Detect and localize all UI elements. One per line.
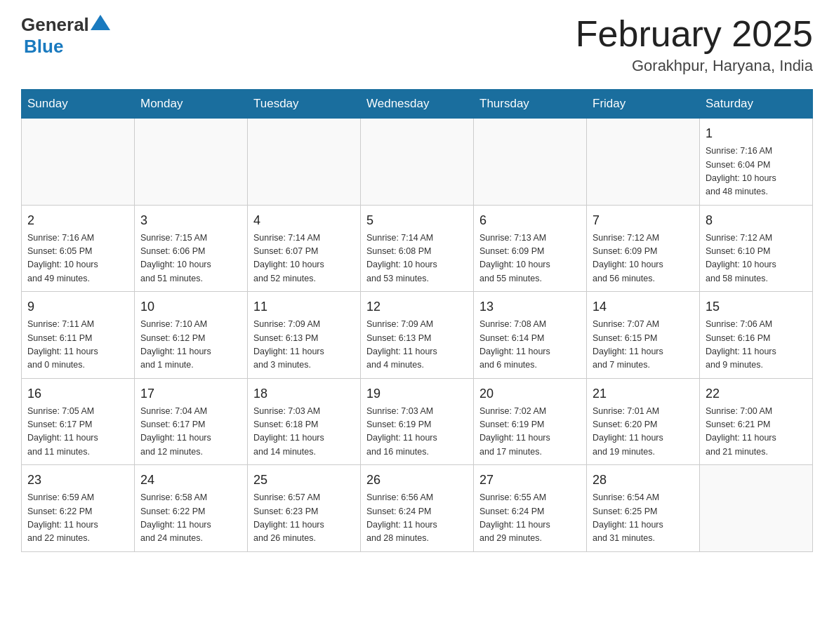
calendar-body: 1Sunrise: 7:16 AM Sunset: 6:04 PM Daylig…: [22, 119, 813, 552]
calendar-day-cell: 9Sunrise: 7:11 AM Sunset: 6:11 PM Daylig…: [22, 292, 135, 379]
col-wednesday: Wednesday: [361, 90, 474, 119]
day-number: 11: [253, 297, 355, 316]
calendar-day-cell: [22, 119, 135, 206]
col-tuesday: Tuesday: [248, 90, 361, 119]
calendar-day-cell: 28Sunrise: 6:54 AM Sunset: 6:25 PM Dayli…: [587, 465, 700, 552]
calendar-day-cell: 1Sunrise: 7:16 AM Sunset: 6:04 PM Daylig…: [700, 119, 813, 206]
day-number: 19: [366, 384, 468, 403]
day-info: Sunrise: 7:16 AM Sunset: 6:04 PM Dayligh…: [706, 145, 807, 199]
calendar-day-cell: [587, 119, 700, 206]
day-info: Sunrise: 7:11 AM Sunset: 6:11 PM Dayligh…: [27, 318, 128, 373]
day-info: Sunrise: 7:08 AM Sunset: 6:14 PM Dayligh…: [479, 318, 581, 373]
calendar-day-cell: 11Sunrise: 7:09 AM Sunset: 6:13 PM Dayli…: [248, 292, 361, 379]
logo-blue: Blue: [24, 36, 63, 57]
day-number: 9: [27, 297, 128, 316]
day-number: 18: [253, 384, 355, 403]
day-info: Sunrise: 6:54 AM Sunset: 6:25 PM Dayligh…: [593, 491, 694, 546]
col-monday: Monday: [135, 90, 248, 119]
day-info: Sunrise: 7:09 AM Sunset: 6:13 PM Dayligh…: [366, 318, 468, 373]
calendar-day-cell: [135, 119, 248, 206]
calendar-day-cell: 23Sunrise: 6:59 AM Sunset: 6:22 PM Dayli…: [22, 465, 135, 552]
logo-triangle-icon: [91, 15, 110, 30]
calendar-table: Sunday Monday Tuesday Wednesday Thursday…: [21, 89, 813, 552]
calendar-day-cell: [700, 465, 813, 552]
calendar-day-cell: 26Sunrise: 6:56 AM Sunset: 6:24 PM Dayli…: [361, 465, 474, 552]
calendar-day-cell: 5Sunrise: 7:14 AM Sunset: 6:08 PM Daylig…: [361, 205, 474, 292]
day-number: 10: [140, 297, 241, 316]
day-info: Sunrise: 7:02 AM Sunset: 6:19 PM Dayligh…: [479, 405, 581, 459]
day-number: 22: [706, 384, 807, 403]
day-number: 12: [366, 297, 468, 316]
calendar-week-row: 16Sunrise: 7:05 AM Sunset: 6:17 PM Dayli…: [22, 378, 813, 465]
day-info: Sunrise: 6:55 AM Sunset: 6:24 PM Dayligh…: [479, 491, 581, 546]
day-info: Sunrise: 7:01 AM Sunset: 6:20 PM Dayligh…: [593, 405, 694, 459]
day-info: Sunrise: 7:06 AM Sunset: 6:16 PM Dayligh…: [706, 318, 807, 373]
day-number: 16: [27, 384, 128, 403]
day-number: 26: [366, 471, 468, 490]
day-info: Sunrise: 7:14 AM Sunset: 6:07 PM Dayligh…: [253, 232, 355, 286]
calendar-day-cell: 22Sunrise: 7:00 AM Sunset: 6:21 PM Dayli…: [700, 378, 813, 465]
day-info: Sunrise: 7:03 AM Sunset: 6:18 PM Dayligh…: [253, 405, 355, 459]
day-number: 5: [366, 211, 468, 230]
col-sunday: Sunday: [22, 90, 135, 119]
calendar-day-cell: 2Sunrise: 7:16 AM Sunset: 6:05 PM Daylig…: [22, 205, 135, 292]
calendar-day-cell: 18Sunrise: 7:03 AM Sunset: 6:18 PM Dayli…: [248, 378, 361, 465]
day-info: Sunrise: 6:56 AM Sunset: 6:24 PM Dayligh…: [366, 491, 468, 546]
day-number: 23: [27, 471, 128, 490]
calendar-day-cell: [474, 119, 587, 206]
day-number: 24: [140, 471, 241, 490]
calendar-title: February 2025: [576, 14, 813, 54]
calendar-day-cell: 13Sunrise: 7:08 AM Sunset: 6:14 PM Dayli…: [474, 292, 587, 379]
day-info: Sunrise: 6:58 AM Sunset: 6:22 PM Dayligh…: [140, 491, 241, 546]
calendar-day-cell: 25Sunrise: 6:57 AM Sunset: 6:23 PM Dayli…: [248, 465, 361, 552]
day-info: Sunrise: 7:07 AM Sunset: 6:15 PM Dayligh…: [593, 318, 694, 373]
day-number: 14: [593, 297, 694, 316]
calendar-week-row: 9Sunrise: 7:11 AM Sunset: 6:11 PM Daylig…: [22, 292, 813, 379]
day-number: 3: [140, 211, 241, 230]
calendar-week-row: 23Sunrise: 6:59 AM Sunset: 6:22 PM Dayli…: [22, 465, 813, 552]
day-info: Sunrise: 7:12 AM Sunset: 6:10 PM Dayligh…: [706, 232, 807, 286]
day-info: Sunrise: 7:05 AM Sunset: 6:17 PM Dayligh…: [27, 405, 128, 459]
day-info: Sunrise: 7:09 AM Sunset: 6:13 PM Dayligh…: [253, 318, 355, 373]
day-number: 27: [479, 471, 581, 490]
calendar-day-cell: 15Sunrise: 7:06 AM Sunset: 6:16 PM Dayli…: [700, 292, 813, 379]
day-number: 20: [479, 384, 581, 403]
calendar-day-cell: 14Sunrise: 7:07 AM Sunset: 6:15 PM Dayli…: [587, 292, 700, 379]
day-number: 2: [27, 211, 128, 230]
calendar-day-cell: 20Sunrise: 7:02 AM Sunset: 6:19 PM Dayli…: [474, 378, 587, 465]
day-number: 6: [479, 211, 581, 230]
calendar-day-cell: 6Sunrise: 7:13 AM Sunset: 6:09 PM Daylig…: [474, 205, 587, 292]
day-info: Sunrise: 6:57 AM Sunset: 6:23 PM Dayligh…: [253, 491, 355, 546]
calendar-day-cell: 16Sunrise: 7:05 AM Sunset: 6:17 PM Dayli…: [22, 378, 135, 465]
header-row: Sunday Monday Tuesday Wednesday Thursday…: [22, 90, 813, 119]
day-number: 25: [253, 471, 355, 490]
calendar-day-cell: 19Sunrise: 7:03 AM Sunset: 6:19 PM Dayli…: [361, 378, 474, 465]
day-info: Sunrise: 6:59 AM Sunset: 6:22 PM Dayligh…: [27, 491, 128, 546]
calendar-day-cell: 21Sunrise: 7:01 AM Sunset: 6:20 PM Dayli…: [587, 378, 700, 465]
day-number: 7: [593, 211, 694, 230]
calendar-day-cell: 7Sunrise: 7:12 AM Sunset: 6:09 PM Daylig…: [587, 205, 700, 292]
calendar-week-row: 2Sunrise: 7:16 AM Sunset: 6:05 PM Daylig…: [22, 205, 813, 292]
day-number: 1: [706, 124, 807, 143]
calendar-day-cell: 4Sunrise: 7:14 AM Sunset: 6:07 PM Daylig…: [248, 205, 361, 292]
calendar-day-cell: [248, 119, 361, 206]
logo: General Blue: [21, 14, 110, 58]
day-info: Sunrise: 7:00 AM Sunset: 6:21 PM Dayligh…: [706, 405, 807, 459]
calendar-day-cell: 17Sunrise: 7:04 AM Sunset: 6:17 PM Dayli…: [135, 378, 248, 465]
day-info: Sunrise: 7:12 AM Sunset: 6:09 PM Dayligh…: [593, 232, 694, 286]
day-number: 4: [253, 211, 355, 230]
calendar-day-cell: 12Sunrise: 7:09 AM Sunset: 6:13 PM Dayli…: [361, 292, 474, 379]
day-info: Sunrise: 7:14 AM Sunset: 6:08 PM Dayligh…: [366, 232, 468, 286]
col-saturday: Saturday: [700, 90, 813, 119]
day-info: Sunrise: 7:13 AM Sunset: 6:09 PM Dayligh…: [479, 232, 581, 286]
calendar-header: Sunday Monday Tuesday Wednesday Thursday…: [22, 90, 813, 119]
logo-general: General: [21, 14, 89, 36]
col-thursday: Thursday: [474, 90, 587, 119]
day-number: 13: [479, 297, 581, 316]
col-friday: Friday: [587, 90, 700, 119]
calendar-week-row: 1Sunrise: 7:16 AM Sunset: 6:04 PM Daylig…: [22, 119, 813, 206]
calendar-day-cell: 24Sunrise: 6:58 AM Sunset: 6:22 PM Dayli…: [135, 465, 248, 552]
day-info: Sunrise: 7:15 AM Sunset: 6:06 PM Dayligh…: [140, 232, 241, 286]
calendar-day-cell: [361, 119, 474, 206]
day-info: Sunrise: 7:03 AM Sunset: 6:19 PM Dayligh…: [366, 405, 468, 459]
